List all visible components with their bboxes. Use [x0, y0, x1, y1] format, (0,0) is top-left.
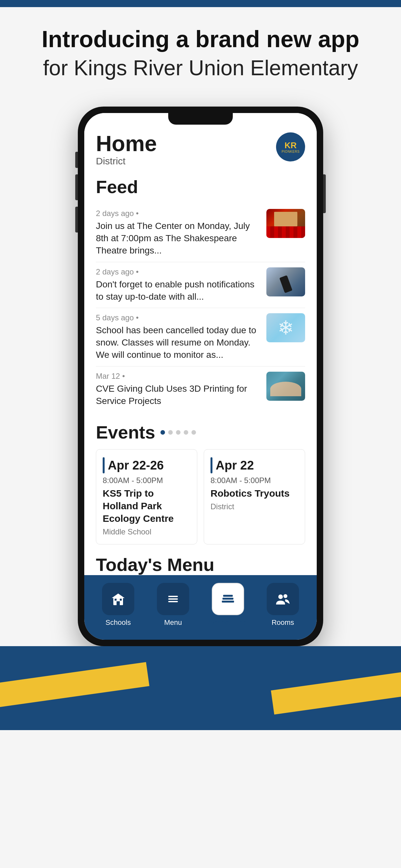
- school-logo[interactable]: KR PIONKERS: [276, 132, 305, 161]
- feed-timestamp-1: 2 days ago •: [96, 209, 260, 218]
- event-date-row-1: Apr 22-26: [103, 457, 190, 473]
- header-section: Introducing a brand new app for Kings Ri…: [0, 7, 401, 94]
- feed-text-3: 5 days ago • School has been cancelled t…: [96, 313, 260, 361]
- dot-2: [168, 430, 173, 435]
- phone-screen: Home District KR PIONKERS Feed: [84, 113, 317, 640]
- event-bar-2: [211, 457, 212, 473]
- svg-rect-8: [223, 595, 233, 597]
- layers-icon: [220, 591, 236, 607]
- nav-label-menu: Menu: [164, 618, 182, 627]
- nav-item-menu[interactable]: Menu: [146, 583, 201, 627]
- yellow-stripe-left: [0, 662, 150, 710]
- phone-mockup-area: Home District KR PIONKERS Feed: [0, 94, 401, 646]
- feed-body-3: School has been cancelled today due to s…: [96, 324, 260, 361]
- events-row: Apr 22-26 8:00AM - 5:00PM KS5 Trip to Ho…: [96, 449, 305, 545]
- feed-item[interactable]: Mar 12 • CVE Giving Club Uses 3D Printin…: [96, 367, 305, 412]
- dot-3: [176, 430, 181, 435]
- phone-notch: [168, 113, 233, 125]
- feed-text-2: 2 days ago • Don't forget to enable push…: [96, 268, 260, 303]
- nav-label-school-app: School App: [208, 618, 247, 627]
- feed-image-1: [266, 209, 305, 238]
- nav-item-schools[interactable]: Schools: [91, 583, 146, 627]
- home-header: Home District KR PIONKERS: [96, 132, 305, 166]
- feed-item[interactable]: 5 days ago • School has been cancelled t…: [96, 308, 305, 366]
- school-logo-content: KR PIONKERS: [281, 141, 300, 154]
- dot-4: [184, 430, 188, 435]
- nav-icon-box-schools: [102, 583, 134, 615]
- top-status-bar: [0, 0, 401, 7]
- nav-item-rooms[interactable]: Rooms: [255, 583, 310, 627]
- nav-icon-box-rooms: [267, 583, 299, 615]
- feed-body-4: CVE Giving Club Uses 3D Printing for Ser…: [96, 383, 260, 407]
- svg-point-12: [283, 594, 287, 598]
- school-logo-text: KR: [281, 141, 300, 150]
- phone-hand-image: [266, 268, 305, 297]
- bottom-decoration: [0, 646, 401, 730]
- phone-mute-button: [75, 152, 78, 168]
- feed-image-4: [266, 372, 305, 401]
- nav-label-schools: Schools: [105, 618, 131, 627]
- header-title-bold: Introducing a brand new app: [19, 27, 382, 52]
- feed-text-1: 2 days ago • Join us at The Center on Mo…: [96, 209, 260, 256]
- snow-image: ❄: [266, 313, 305, 342]
- events-title: Events: [96, 422, 155, 443]
- phone-power-button: [323, 175, 326, 213]
- phone-volume-up-button: [75, 175, 78, 200]
- nav-icon-box-school-app: [212, 583, 244, 615]
- menu-title: Today's Menu: [96, 554, 305, 575]
- dots-indicator: [160, 430, 196, 435]
- svg-rect-9: [222, 598, 234, 600]
- feed-text-4: Mar 12 • CVE Giving Club Uses 3D Printin…: [96, 372, 260, 407]
- building-icon: [110, 591, 126, 607]
- feed-item[interactable]: 2 days ago • Don't forget to enable push…: [96, 262, 305, 308]
- nav-item-school-app[interactable]: School App: [201, 583, 255, 627]
- event-location-1: Middle School: [103, 527, 190, 536]
- event-time-1: 8:00AM - 5:00PM: [103, 476, 190, 485]
- feed-image-3: ❄: [266, 313, 305, 342]
- nav-icon-box-menu: [157, 583, 189, 615]
- svg-rect-4: [120, 599, 122, 600]
- svg-rect-5: [168, 596, 178, 597]
- dot-1: [160, 430, 165, 435]
- feed-image-2: [266, 268, 305, 297]
- theater-image: [266, 209, 305, 238]
- people-icon: [275, 591, 291, 607]
- event-time-2: 8:00AM - 5:00PM: [211, 476, 298, 485]
- svg-rect-2: [117, 601, 120, 605]
- header-title-normal: for Kings River Union Elementary: [19, 55, 382, 81]
- kids-image: [266, 372, 305, 401]
- event-location-2: District: [211, 502, 298, 511]
- feed-body-1: Join us at The Center on Monday, July 8t…: [96, 220, 260, 256]
- event-card-1[interactable]: Apr 22-26 8:00AM - 5:00PM KS5 Trip to Ho…: [96, 449, 197, 545]
- feed-title: Feed: [96, 176, 305, 197]
- event-date-row-2: Apr 22: [211, 457, 298, 473]
- home-subtitle: District: [96, 156, 157, 166]
- event-date-2: Apr 22: [216, 459, 254, 471]
- svg-rect-6: [168, 598, 178, 600]
- event-card-2[interactable]: Apr 22 8:00AM - 5:00PM Robotics Tryouts …: [204, 449, 305, 545]
- school-logo-subtext: PIONKERS: [281, 150, 300, 153]
- svg-marker-1: [112, 593, 125, 598]
- yellow-stripe-right: [271, 670, 401, 715]
- menu-icon: [165, 591, 181, 607]
- event-bar-1: [103, 457, 104, 473]
- feed-item[interactable]: 2 days ago • Join us at The Center on Mo…: [96, 204, 305, 262]
- phone-frame: Home District KR PIONKERS Feed: [78, 106, 323, 646]
- phone-volume-down-button: [75, 207, 78, 232]
- feed-timestamp-2: 2 days ago •: [96, 268, 260, 276]
- events-header: Events: [96, 422, 305, 443]
- snowflake-icon: ❄: [278, 316, 294, 339]
- feed-body-2: Don't forget to enable push notification…: [96, 278, 260, 303]
- svg-point-11: [278, 594, 283, 599]
- feed-timestamp-3: 5 days ago •: [96, 313, 260, 322]
- svg-rect-7: [168, 601, 178, 602]
- svg-rect-10: [222, 600, 234, 602]
- feed-timestamp-4: Mar 12 •: [96, 372, 260, 381]
- bottom-nav-bar: Schools Menu: [84, 575, 317, 640]
- home-title-group: Home District: [96, 132, 157, 166]
- home-title: Home: [96, 132, 157, 154]
- event-name-2: Robotics Tryouts: [211, 487, 298, 500]
- event-date-1: Apr 22-26: [108, 459, 164, 471]
- nav-label-rooms: Rooms: [272, 618, 294, 627]
- app-content: Home District KR PIONKERS Feed: [84, 113, 317, 575]
